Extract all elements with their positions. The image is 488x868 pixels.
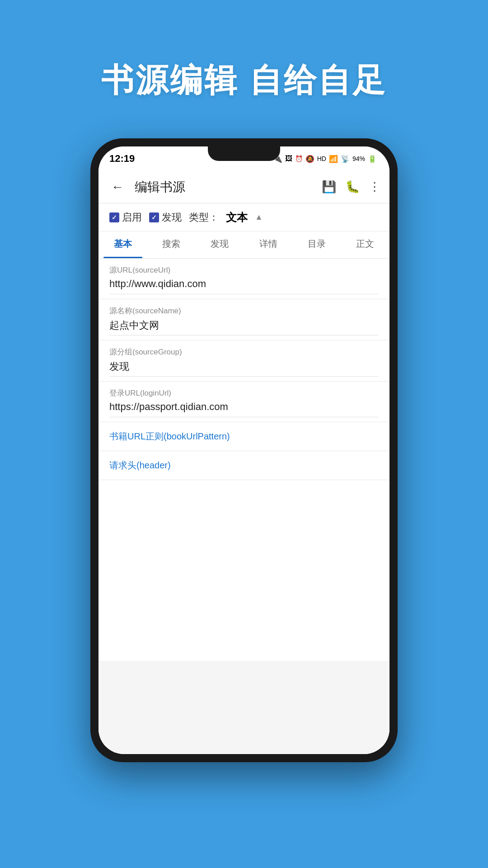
phone-frame: 12:19 0.01 k/s 🔌 🖼 ⏰ 🔕 HD 📶 📡 94% 🔋	[90, 138, 398, 762]
empty-space	[99, 480, 389, 661]
field-book-url-pattern[interactable]: 书籍URL正则(bookUrlPattern)	[99, 422, 389, 451]
enable-checkbox-item[interactable]: ✓ 启用	[109, 211, 142, 224]
source-group-label: 源分组(sourceGroup)	[109, 347, 379, 357]
tab-basic[interactable]: 基本	[99, 231, 147, 258]
enable-checkbox[interactable]: ✓	[109, 212, 119, 222]
wifi-icon: 📶	[329, 155, 338, 163]
phone-mockup: 12:19 0.01 k/s 🔌 🖼 ⏰ 🔕 HD 📶 📡 94% 🔋	[90, 138, 398, 762]
battery-icon: 🔋	[368, 155, 377, 163]
type-value[interactable]: 文本	[226, 210, 248, 225]
content-area: 源URL(sourceUrl) http://www.qidian.com 源名…	[99, 259, 389, 754]
source-group-value[interactable]: 发现	[109, 360, 379, 377]
discover-label: 发现	[162, 211, 182, 224]
field-source-name: 源名称(sourceName) 起点中文网	[99, 299, 389, 340]
back-button[interactable]: ←	[108, 176, 127, 198]
enable-label: 启用	[122, 211, 142, 224]
mute-icon: 🔕	[305, 155, 314, 163]
tab-discover[interactable]: 发现	[196, 231, 244, 258]
hd-label: HD	[317, 155, 326, 162]
field-source-url: 源URL(sourceUrl) http://www.qidian.com	[99, 259, 389, 299]
tab-catalog[interactable]: 目录	[292, 231, 341, 258]
login-url-value[interactable]: https://passport.qidian.com	[109, 401, 379, 417]
tab-detail[interactable]: 详情	[244, 231, 292, 258]
source-name-value[interactable]: 起点中文网	[109, 319, 379, 335]
field-header[interactable]: 请求头(header)	[99, 451, 389, 480]
source-name-label: 源名称(sourceName)	[109, 306, 379, 316]
login-url-label: 登录URL(loginUrl)	[109, 388, 379, 398]
debug-button[interactable]: 🐛	[345, 180, 360, 194]
source-url-label: 源URL(sourceUrl)	[109, 265, 379, 275]
type-label: 类型：	[189, 211, 219, 224]
type-arrow-icon: ▲	[255, 212, 263, 222]
discover-checkbox[interactable]: ✓	[149, 212, 159, 222]
app-bar-actions: 💾 🐛 ⋮	[322, 180, 380, 194]
alarm-icon: ⏰	[295, 155, 303, 162]
source-url-value[interactable]: http://www.qidian.com	[109, 278, 379, 294]
field-login-url: 登录URL(loginUrl) https://passport.qidian.…	[99, 382, 389, 422]
save-button[interactable]: 💾	[322, 180, 336, 194]
discover-checkmark-icon: ✓	[151, 214, 157, 221]
phone-screen: 12:19 0.01 k/s 🔌 🖼 ⏰ 🔕 HD 📶 📡 94% 🔋	[99, 146, 389, 754]
notch	[208, 146, 280, 161]
signal-icon: 📡	[341, 155, 350, 163]
more-options-button[interactable]: ⋮	[369, 180, 380, 194]
checkbox-row: ✓ 启用 ✓ 发现 类型： 文本 ▲	[99, 203, 389, 231]
battery-text: 94%	[352, 155, 365, 162]
app-bar-title: 编辑书源	[135, 179, 314, 196]
status-time: 12:19	[109, 153, 135, 165]
tab-bar: 基本 搜索 发现 详情 目录 正文	[99, 231, 389, 259]
discover-checkbox-item[interactable]: ✓ 发现	[149, 211, 182, 224]
tab-content[interactable]: 正文	[341, 231, 389, 258]
app-bar: ← 编辑书源 💾 🐛 ⋮	[99, 171, 389, 203]
checkmark-icon: ✓	[112, 214, 117, 221]
hero-title: 书源编辑 自给自足	[101, 59, 387, 102]
tab-search[interactable]: 搜索	[147, 231, 195, 258]
image-icon: 🖼	[285, 155, 292, 163]
field-source-group: 源分组(sourceGroup) 发现	[99, 340, 389, 382]
